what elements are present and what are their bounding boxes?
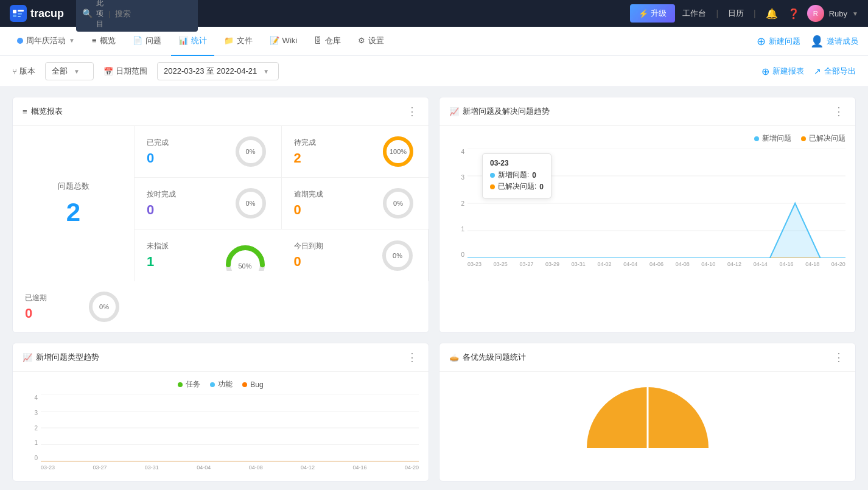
project-item[interactable]: 周年庆活动 ▼	[10, 27, 82, 56]
type-trend-more-icon[interactable]: ⋮	[407, 351, 419, 364]
upgrade-label: 升级	[651, 8, 667, 19]
stat-overdue-left: 已逾期 0	[25, 293, 47, 321]
donut-ontime-pct: 0%	[246, 200, 256, 207]
tab-files[interactable]: 📁 文件	[217, 27, 260, 56]
version-dropdown-icon: ▼	[74, 68, 80, 75]
trend-chart-container: 4 3 2 1 0	[449, 149, 845, 270]
trend-more-icon[interactable]: ⋮	[833, 105, 845, 118]
workbench-link[interactable]: 工作台	[682, 8, 706, 19]
x-04-04: 04-04	[623, 261, 637, 267]
tab-repo[interactable]: 🗄 仓库	[307, 27, 348, 56]
upgrade-button[interactable]: ⚡ 升级	[630, 4, 675, 23]
new-report-icon: ⊕	[761, 66, 769, 77]
donut-overdue-done: 0%	[380, 185, 416, 222]
new-report-label: 新建报表	[772, 66, 804, 77]
x-04-18: 04-18	[805, 261, 819, 267]
donut-ontime: 0%	[233, 185, 269, 222]
project-filter-label: 此项目	[96, 0, 103, 29]
trend-svg	[467, 149, 845, 258]
user-chevron-icon: ▼	[852, 10, 858, 17]
svg-rect-1	[13, 10, 16, 13]
type-x-03-23: 03-23	[41, 464, 55, 471]
nav-divider-2: |	[754, 9, 756, 18]
project-chevron-icon: ▼	[69, 37, 75, 44]
stat-overdue: 已逾期 0 0%	[13, 281, 135, 332]
type-y-4: 4	[23, 394, 38, 401]
type-y-1: 1	[23, 439, 38, 446]
priority-more-icon[interactable]: ⋮	[833, 351, 845, 364]
nav-divider: |	[716, 9, 718, 18]
nav-icons: 工作台 | 日历 | 🔔 ❓	[682, 8, 799, 19]
y-label-4: 4	[449, 149, 464, 155]
stat-ontime-name: 按时完成	[147, 189, 176, 200]
settings-icon: ⚙	[358, 36, 365, 45]
calendar-icon: 📅	[103, 67, 113, 76]
x-axis: 03-23 03-25 03-27 03-29 03-31 04-02 04-0…	[467, 260, 845, 267]
user-menu[interactable]: R Ruby ▼	[807, 5, 858, 22]
tab-wiki[interactable]: 📝 Wiki	[262, 27, 305, 56]
stats-icon: 📊	[178, 36, 188, 45]
overview-title-group: ≡ 概览报表	[23, 106, 63, 117]
stat-ontime-val: 0	[147, 202, 176, 218]
search-icon: 🔍	[82, 9, 93, 18]
version-value: 全部	[52, 66, 68, 77]
files-icon: 📁	[224, 36, 234, 45]
legend-new-label: 新增问题	[762, 133, 791, 144]
tab-overview[interactable]: ≡ 概览	[85, 27, 123, 56]
repo-icon: 🗄	[314, 36, 322, 45]
overview-title: 概览报表	[31, 106, 63, 117]
type-x-04-12: 04-12	[301, 464, 315, 471]
trend-title-group: 📈 新增问题及解决问题趋势	[449, 106, 550, 117]
invite-member-button[interactable]: 👤 邀请成员	[810, 35, 858, 48]
notification-icon[interactable]: 🔔	[766, 8, 778, 19]
version-icon: ⑂	[12, 67, 17, 76]
y-label-1: 1	[449, 226, 464, 233]
type-svg	[41, 394, 419, 461]
y-label-2: 2	[449, 200, 464, 207]
bottom-row: 📈 新增问题类型趋势 ⋮ 任务 功能	[12, 343, 856, 481]
logo[interactable]: tracup	[10, 5, 64, 22]
help-icon[interactable]: ❓	[788, 8, 800, 19]
x-03-23: 03-23	[467, 261, 481, 267]
tab-settings[interactable]: ⚙ 设置	[351, 27, 391, 56]
stat-completed-name: 已完成	[147, 138, 169, 148]
type-trend-content: 任务 功能 Bug 4 3 2	[13, 372, 429, 481]
stat-pending-val: 2	[294, 150, 316, 166]
stat-ontime: 按时完成 0 0%	[135, 178, 282, 229]
invite-label: 邀请成员	[827, 36, 858, 47]
overview-more-icon[interactable]: ⋮	[407, 105, 419, 118]
main-content: ≡ 概览报表 ⋮ 问题总数 2 已完成 0	[0, 87, 868, 490]
legend-feature-dot	[210, 382, 215, 387]
x-04-06: 04-06	[649, 261, 663, 267]
legend-bug-dot	[242, 382, 247, 387]
priority-chart-area	[439, 372, 855, 469]
x-03-25: 03-25	[494, 261, 508, 267]
calendar-link[interactable]: 日历	[728, 8, 744, 19]
sub-nav-actions: ⊕ 新建问题 👤 邀请成员	[757, 35, 858, 48]
search-input[interactable]	[115, 9, 200, 18]
tab-settings-label: 设置	[368, 35, 384, 46]
export-all-button[interactable]: ↗ 全部导出	[814, 66, 856, 77]
type-x-axis: 03-23 03-27 03-31 04-04 04-08 04-12 04-1…	[41, 463, 419, 472]
type-legend: 任务 功能 Bug	[23, 379, 419, 390]
tab-repo-label: 仓库	[325, 35, 341, 46]
legend-bug-label: Bug	[250, 380, 263, 389]
cards-row: ≡ 概览报表 ⋮ 问题总数 2 已完成 0	[12, 97, 856, 333]
date-select[interactable]: 2022-03-23 至 2022-04-21 ▼	[157, 62, 279, 80]
overview-card: ≡ 概览报表 ⋮ 问题总数 2 已完成 0	[12, 97, 429, 333]
new-issue-button[interactable]: ⊕ 新建问题	[757, 35, 800, 48]
wiki-icon: 📝	[270, 36, 279, 45]
type-x-04-20: 04-20	[405, 464, 419, 471]
tab-issues[interactable]: 📄 问题	[125, 27, 169, 56]
version-select[interactable]: 全部 ▼	[45, 62, 94, 80]
x-04-20: 04-20	[831, 261, 845, 267]
stat-due-today-left: 今日到期 0	[294, 241, 323, 270]
stat-unassigned-left: 未指派 1	[147, 241, 169, 270]
type-x-03-31: 03-31	[145, 464, 159, 471]
legend-task-dot	[178, 382, 183, 387]
tab-stats[interactable]: 📊 统计	[171, 27, 214, 56]
top-navigation: tracup 🔍 此项目 | ⚡ 升级 工作台 | 日历 | 🔔 ❓ R Rub…	[0, 0, 868, 27]
x-03-31: 03-31	[572, 261, 586, 267]
new-report-button[interactable]: ⊕ 新建报表	[761, 66, 804, 77]
date-dropdown-icon: ▼	[263, 68, 269, 75]
